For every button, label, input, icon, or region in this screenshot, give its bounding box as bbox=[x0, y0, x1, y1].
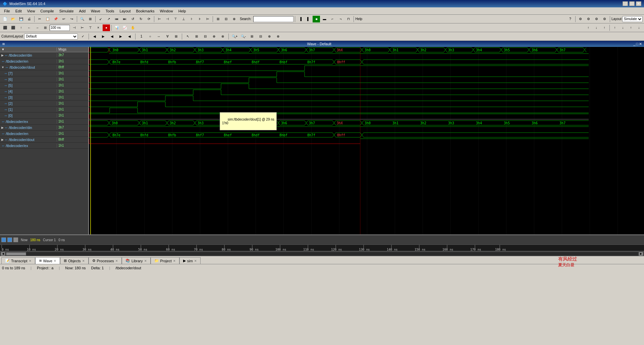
wave-ctrl-btn8[interactable]: ⊢ bbox=[78, 24, 86, 31]
wave-ctrl-btn1[interactable]: ⬛ bbox=[1, 24, 9, 31]
wave-ctrl-btn10[interactable]: × bbox=[95, 24, 102, 31]
signal-row-ex2[interactable]: ↔ /tbdecoder/ex 1h1 bbox=[0, 143, 88, 149]
step-btn1[interactable]: ⊢ bbox=[156, 16, 163, 22]
wave-ctrl-btn6[interactable]: ⊞ bbox=[42, 24, 49, 31]
sel-btn4[interactable]: ∀ bbox=[164, 33, 171, 40]
wave-ctrl-btn4[interactable]: ← bbox=[25, 24, 33, 31]
tool-btn4[interactable]: ⊕ bbox=[210, 33, 218, 40]
signal-row-bit5[interactable]: ↔ [5] 1h1 bbox=[0, 82, 88, 88]
cut-button[interactable]: ✂ bbox=[36, 16, 43, 22]
collayout-apply[interactable]: ✓ bbox=[79, 33, 87, 40]
signal-row-din2[interactable]: ▶ ↔ /tbdecoder/din 3h7 bbox=[0, 125, 88, 131]
new-button[interactable]: 📄 bbox=[1, 16, 9, 22]
layout-btn4[interactable]: ↑ bbox=[611, 24, 619, 31]
help-btn1[interactable]: ? bbox=[567, 16, 574, 22]
signal-row-dout2[interactable]: ▶ ↔ /tbdecoder/dout 8hff bbox=[0, 137, 88, 143]
grid-button[interactable]: ⊞ bbox=[87, 16, 94, 22]
menu-file[interactable]: File bbox=[1, 8, 13, 14]
layout-btn1[interactable]: ↑ bbox=[585, 24, 592, 31]
wave-ctrl-btn2[interactable]: ⬛ bbox=[9, 24, 17, 31]
scrollbar-thumb[interactable] bbox=[6, 252, 26, 256]
col-btn5[interactable]: ◀ bbox=[126, 33, 133, 40]
menu-wave[interactable]: Wave bbox=[88, 8, 103, 14]
zoom-btn1[interactable]: ⊞ bbox=[214, 16, 222, 22]
sel-btn3[interactable]: ↔ bbox=[155, 33, 162, 40]
menu-window[interactable]: Window bbox=[157, 8, 176, 14]
extra-btn4[interactable]: ⚙ bbox=[601, 16, 608, 22]
wave-ctrl-btn7[interactable]: ⊣ bbox=[70, 24, 78, 31]
tab-processes-close[interactable]: ✕ bbox=[115, 259, 118, 263]
wave-view-btn3[interactable]: ■ bbox=[313, 16, 320, 22]
wave-view-btn7[interactable]: ⊓ bbox=[345, 16, 352, 22]
step-btn5[interactable]: ⊦ bbox=[188, 16, 195, 22]
wave-ctrl-btn13[interactable]: 📈 bbox=[121, 24, 128, 31]
layout-btn7[interactable]: ↓ bbox=[635, 24, 643, 31]
tab-objects-close[interactable]: ✕ bbox=[82, 259, 85, 263]
extra-btn1[interactable]: ⚙ bbox=[577, 16, 584, 22]
wave-maximize[interactable]: □ bbox=[636, 42, 638, 46]
menu-add[interactable]: Add bbox=[76, 8, 89, 14]
step-btn4[interactable]: ⊥ bbox=[180, 16, 187, 22]
wave-ctrl-btn12[interactable]: 📊 bbox=[113, 24, 120, 31]
tab-wave-close[interactable]: ✕ bbox=[54, 259, 56, 263]
scroll-right[interactable]: ▶ bbox=[639, 252, 643, 256]
menu-bookmarks[interactable]: Bookmarks bbox=[133, 8, 157, 14]
tool-btn1[interactable]: ↖ bbox=[184, 33, 192, 40]
zoom-btn2[interactable]: ⊟ bbox=[222, 16, 230, 22]
menu-layout[interactable]: Layout bbox=[117, 8, 133, 14]
layout-select[interactable]: Simulate bbox=[622, 16, 643, 22]
tab-project-close[interactable]: ✕ bbox=[173, 259, 176, 263]
zoom-prev[interactable]: ⊟ bbox=[257, 33, 264, 40]
ctrl-btn-3[interactable] bbox=[13, 237, 18, 242]
wave-view-btn2[interactable]: ▌ bbox=[305, 16, 312, 22]
search-input[interactable] bbox=[253, 16, 293, 22]
zoom-in[interactable]: 🔍+ bbox=[231, 33, 238, 40]
sel-btn1[interactable]: 1 bbox=[138, 33, 145, 40]
menu-simulate[interactable]: Simulate bbox=[57, 8, 76, 14]
sim-btn7[interactable]: ⟳ bbox=[145, 16, 153, 22]
wave-ctrl-btn5[interactable]: → bbox=[34, 24, 41, 31]
scrollbar-track[interactable] bbox=[6, 252, 638, 256]
expand-dout2[interactable]: ▶ bbox=[1, 138, 4, 141]
expand-din2[interactable]: ▶ bbox=[1, 126, 4, 129]
save-button[interactable]: 💾 bbox=[17, 16, 25, 22]
redo-button[interactable]: ↪ bbox=[68, 16, 75, 22]
signal-row-ex[interactable]: ↔ /tbdecoder/ex 1h1 bbox=[0, 119, 88, 125]
menu-tools[interactable]: Tools bbox=[103, 8, 117, 14]
sim-btn4[interactable]: ⏭ bbox=[121, 16, 128, 22]
close-button[interactable]: ✕ bbox=[636, 1, 641, 6]
maximize-button[interactable]: □ bbox=[629, 1, 635, 6]
ctrl-btn-1[interactable] bbox=[1, 237, 6, 242]
zoom-extra[interactable]: ⊗ bbox=[274, 33, 282, 40]
tab-sim-close[interactable]: ✕ bbox=[194, 259, 197, 263]
tab-project[interactable]: 📁 Project ✕ bbox=[151, 257, 179, 264]
tool-btn5[interactable]: ⊗ bbox=[219, 33, 226, 40]
sim-btn5[interactable]: ↺ bbox=[129, 16, 137, 22]
extra-btn2[interactable]: ⚙ bbox=[585, 16, 592, 22]
paste-button[interactable]: 📌 bbox=[52, 16, 59, 22]
tab-objects[interactable]: ⊞ Objects ✕ bbox=[60, 257, 88, 264]
print-button[interactable]: 🖨 bbox=[25, 16, 33, 22]
layout-btn6[interactable]: ↑ bbox=[627, 24, 635, 31]
wave-area[interactable]: 3h0 3h1 3h2 3h3 3h4 3h5 3h6 3h7 3hX 3h0 … bbox=[89, 47, 644, 234]
col-btn2[interactable]: ▶ bbox=[100, 33, 107, 40]
col-btn1[interactable]: ◀ bbox=[91, 33, 98, 40]
step-btn7[interactable]: ⊨ bbox=[204, 16, 211, 22]
wave-view-btn1[interactable]: ▐ bbox=[297, 16, 304, 22]
open-button[interactable]: 📂 bbox=[9, 16, 17, 22]
sim-btn1[interactable]: ↙ bbox=[97, 16, 104, 22]
tab-processes[interactable]: ⚙ Processes ✕ bbox=[89, 257, 122, 264]
signal-row-en[interactable]: ↔ /tbdecoder/en 1h1 bbox=[0, 58, 88, 64]
tab-library[interactable]: 📚 Library ✕ bbox=[122, 257, 151, 264]
tab-library-close[interactable]: ✕ bbox=[144, 259, 147, 263]
layout-btn2[interactable]: ↓ bbox=[593, 24, 600, 31]
menu-view[interactable]: View bbox=[24, 8, 38, 14]
sel-btn5[interactable]: ⊞ bbox=[172, 33, 180, 40]
ctrl-btn-2[interactable] bbox=[7, 237, 12, 242]
expand-din[interactable]: ▶ bbox=[1, 54, 4, 57]
wave-ctrl-btn9[interactable]: ⊤ bbox=[87, 24, 94, 31]
time-input[interactable] bbox=[50, 25, 70, 31]
wave-close[interactable]: ✕ bbox=[639, 42, 642, 46]
tool-btn3[interactable]: ⊟ bbox=[202, 33, 209, 40]
zoom-out[interactable]: 🔍- bbox=[239, 33, 247, 40]
